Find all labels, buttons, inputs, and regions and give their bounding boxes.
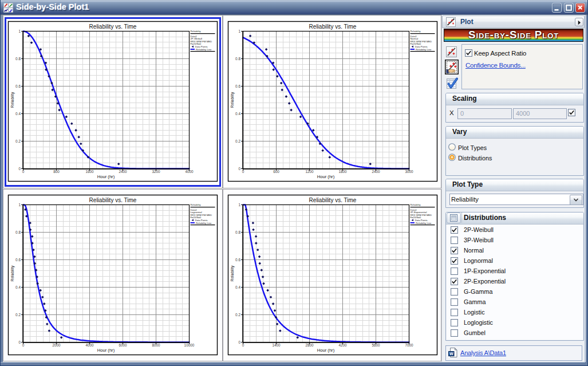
svg-text:0: 0 bbox=[18, 167, 21, 171]
svg-text:8000: 8000 bbox=[152, 343, 160, 347]
svg-text:0.8: 0.8 bbox=[235, 57, 240, 61]
svg-text:Reliability Line: Reliability Line bbox=[416, 222, 432, 225]
svg-text:Reliability vs. Time: Reliability vs. Time bbox=[89, 23, 137, 30]
svg-text:0.6: 0.6 bbox=[235, 258, 240, 262]
svg-text:2400: 2400 bbox=[119, 170, 127, 174]
svg-text:0: 0 bbox=[22, 343, 25, 347]
svg-text:1: 1 bbox=[18, 29, 21, 33]
svg-text:0.8: 0.8 bbox=[15, 230, 21, 234]
svg-text:Reliability Line: Reliability Line bbox=[196, 222, 212, 225]
svg-text:1600: 1600 bbox=[85, 170, 94, 174]
svg-text:800: 800 bbox=[53, 170, 60, 174]
svg-text:Hour (hr): Hour (hr) bbox=[97, 348, 115, 353]
svg-text:0.2: 0.2 bbox=[235, 139, 240, 143]
svg-text:1: 1 bbox=[238, 29, 240, 33]
svg-text:7000: 7000 bbox=[405, 343, 413, 347]
svg-text:10000: 10000 bbox=[184, 343, 195, 347]
svg-text:0.6: 0.6 bbox=[235, 84, 240, 88]
svg-text:Hour (hr): Hour (hr) bbox=[317, 174, 335, 179]
svg-text:Reliability: Reliability bbox=[411, 203, 421, 206]
svg-text:0.4: 0.4 bbox=[15, 112, 21, 116]
svg-text:2000: 2000 bbox=[52, 343, 61, 347]
svg-text:6000: 6000 bbox=[119, 343, 127, 347]
svg-text:4200: 4200 bbox=[338, 343, 347, 347]
svg-text:Reliability vs. Time: Reliability vs. Time bbox=[89, 197, 137, 203]
svg-text:0.2: 0.2 bbox=[235, 313, 240, 317]
svg-text:0.2: 0.2 bbox=[15, 139, 21, 143]
svg-text:Reliability Line: Reliability Line bbox=[416, 48, 432, 51]
svg-text:0.8: 0.8 bbox=[15, 57, 21, 61]
svg-text:Reliability: Reliability bbox=[11, 92, 15, 108]
svg-text:3200: 3200 bbox=[152, 170, 160, 174]
svg-text:F=20/S=0: F=20/S=0 bbox=[191, 42, 202, 45]
svg-text:0.8: 0.8 bbox=[235, 230, 240, 234]
svg-text:Reliability: Reliability bbox=[191, 30, 202, 33]
svg-text:1200: 1200 bbox=[305, 170, 314, 174]
svg-text:Reliability: Reliability bbox=[231, 92, 235, 108]
svg-text:Reliability Line: Reliability Line bbox=[196, 48, 212, 51]
svg-text:4000: 4000 bbox=[85, 343, 94, 347]
svg-text:Reliability: Reliability bbox=[231, 265, 235, 281]
svg-text:1400: 1400 bbox=[272, 343, 281, 347]
svg-text:0.4: 0.4 bbox=[235, 285, 240, 289]
svg-text:5600: 5600 bbox=[372, 343, 380, 347]
svg-text:0.4: 0.4 bbox=[15, 285, 21, 289]
svg-text:Reliability: Reliability bbox=[191, 203, 202, 206]
svg-text:600: 600 bbox=[273, 170, 279, 174]
svg-text:1800: 1800 bbox=[338, 170, 347, 174]
svg-text:0: 0 bbox=[242, 170, 244, 174]
svg-text:0: 0 bbox=[238, 167, 240, 171]
svg-text:0: 0 bbox=[22, 170, 25, 174]
svg-text:2400: 2400 bbox=[372, 170, 380, 174]
svg-text:Hour (hr): Hour (hr) bbox=[97, 174, 115, 179]
svg-text:0.6: 0.6 bbox=[15, 84, 21, 88]
svg-text:F=20/S=0: F=20/S=0 bbox=[191, 216, 202, 219]
svg-text:2800: 2800 bbox=[305, 343, 314, 347]
svg-text:3000: 3000 bbox=[405, 170, 413, 174]
svg-text:0.4: 0.4 bbox=[235, 112, 240, 116]
svg-text:0: 0 bbox=[242, 343, 244, 347]
svg-text:0.6: 0.6 bbox=[15, 258, 21, 262]
svg-text:F=20/S=0: F=20/S=0 bbox=[411, 42, 421, 45]
svg-text:1: 1 bbox=[238, 203, 240, 207]
svg-text:0.2: 0.2 bbox=[15, 313, 21, 317]
svg-text:F=20/S=0: F=20/S=0 bbox=[411, 216, 421, 219]
svg-text:0: 0 bbox=[18, 340, 21, 344]
svg-text:0: 0 bbox=[238, 340, 240, 344]
svg-text:Reliability vs. Time: Reliability vs. Time bbox=[309, 23, 357, 30]
svg-text:Hour (hr): Hour (hr) bbox=[317, 348, 335, 353]
svg-text:4000: 4000 bbox=[185, 170, 194, 174]
svg-text:Reliability vs. Time: Reliability vs. Time bbox=[309, 197, 357, 203]
svg-text:1: 1 bbox=[18, 203, 21, 207]
svg-text:W: W bbox=[449, 352, 453, 356]
svg-text:Reliability: Reliability bbox=[11, 265, 15, 281]
svg-text:Reliability: Reliability bbox=[411, 30, 421, 33]
